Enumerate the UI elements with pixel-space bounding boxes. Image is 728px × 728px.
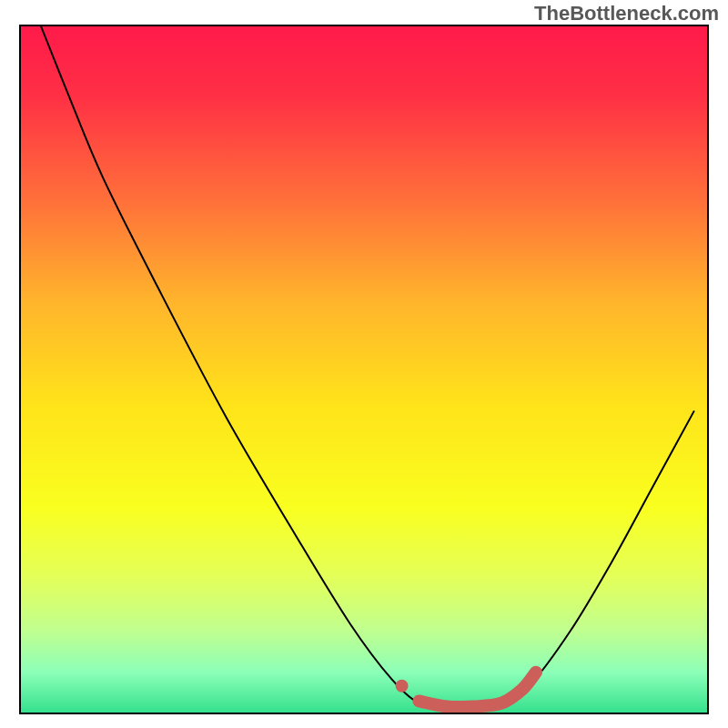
watermark-label: TheBottleneck.com: [534, 2, 719, 25]
bottleneck-chart: [0, 0, 728, 728]
chart-container: TheBottleneck.com: [0, 0, 728, 728]
svg-point-1: [396, 680, 409, 693]
gradient-background: [20, 25, 708, 713]
